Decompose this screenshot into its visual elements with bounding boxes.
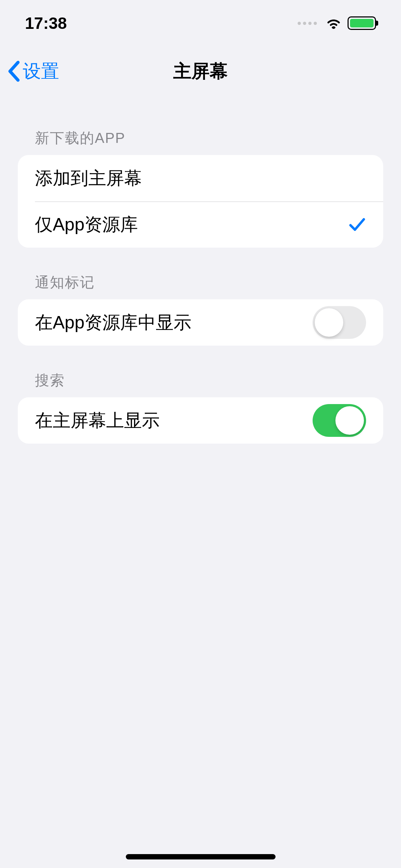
row-show-on-home: 在主屏幕上显示 [18,397,383,444]
section-badges: 通知标记 在App资源库中显示 [18,273,383,346]
option-add-to-home[interactable]: 添加到主屏幕 [18,155,383,201]
group: 添加到主屏幕 仅App资源库 [18,155,383,248]
row-label: 在App资源库中显示 [35,311,191,335]
row-show-in-library: 在App资源库中显示 [18,299,383,346]
status-time: 17:38 [25,14,67,33]
content: 新下载的APP 添加到主屏幕 仅App资源库 通知标记 在App资源库中显示 [0,107,401,444]
back-label: 设置 [23,59,59,84]
status-bar: 17:38 [0,0,401,46]
battery-icon [348,16,376,30]
section-search: 搜索 在主屏幕上显示 [18,371,383,444]
toggle-show-in-library[interactable] [313,306,366,339]
option-app-library-only[interactable]: 仅App资源库 [18,201,383,248]
group: 在主屏幕上显示 [18,397,383,444]
wifi-icon [325,17,342,29]
toggle-show-on-home[interactable] [313,404,366,437]
section-new-apps: 新下载的APP 添加到主屏幕 仅App资源库 [18,128,383,248]
row-label: 在主屏幕上显示 [35,409,160,433]
cellular-dots-icon [298,22,317,25]
section-header: 搜索 [18,371,383,397]
checkmark-icon [348,217,366,232]
page-title: 主屏幕 [0,59,401,84]
group: 在App资源库中显示 [18,299,383,346]
chevron-left-icon [7,61,20,82]
row-label: 添加到主屏幕 [35,166,142,190]
status-right [298,16,376,30]
home-indicator [126,854,276,859]
nav-bar: 设置 主屏幕 [0,46,401,96]
back-button[interactable]: 设置 [7,59,59,84]
row-label: 仅App资源库 [35,213,138,237]
section-header: 新下载的APP [18,128,383,155]
section-header: 通知标记 [18,273,383,299]
